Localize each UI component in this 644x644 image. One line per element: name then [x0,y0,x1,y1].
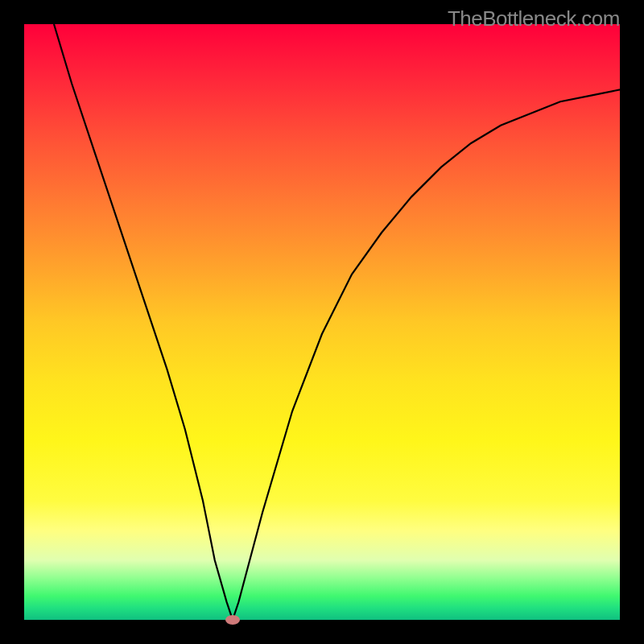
attribution-label: TheBottleneck.com [448,6,620,31]
optimum-marker [225,615,240,625]
chart-plot-area [24,24,620,620]
bottleneck-curve [24,24,620,620]
